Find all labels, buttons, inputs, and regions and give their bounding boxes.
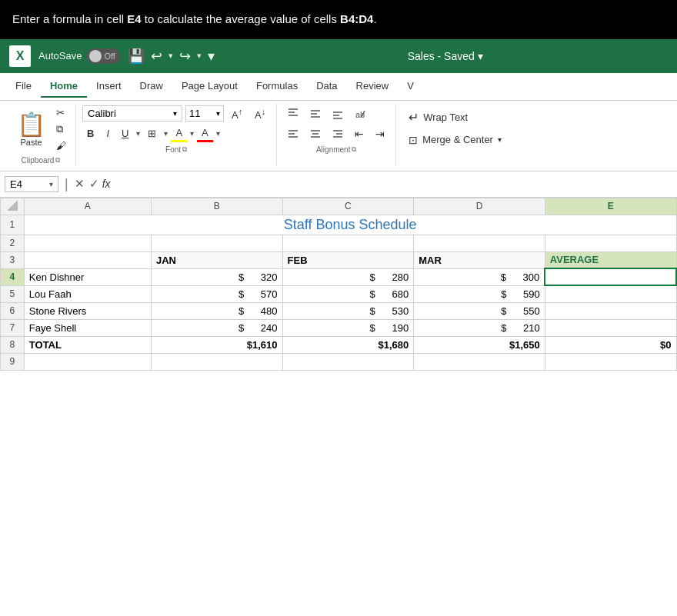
cell-e8[interactable]: $0 <box>545 336 676 353</box>
quick-access-more[interactable]: ▾ <box>208 48 215 65</box>
italic-button[interactable]: I <box>102 126 114 141</box>
center-align-button[interactable] <box>305 125 325 142</box>
menu-data[interactable]: Data <box>307 75 346 98</box>
menu-review[interactable]: Review <box>347 75 399 98</box>
row-header-5[interactable]: 5 <box>1 285 25 302</box>
font-color-dropdown[interactable]: ▾ <box>216 129 220 138</box>
cell-a6[interactable]: Stone Rivers <box>24 302 151 319</box>
menu-page-layout[interactable]: Page Layout <box>172 75 247 98</box>
cell-d6[interactable]: $ 550 <box>414 302 545 319</box>
cell-c4[interactable]: $ 280 <box>282 268 414 285</box>
bottom-align-button[interactable] <box>328 105 348 122</box>
cell-e3[interactable]: AVERAGE <box>545 251 676 268</box>
increase-indent-button[interactable]: ⇥ <box>371 125 389 142</box>
cell-a1[interactable]: Staff Bonus Schedule <box>24 215 676 235</box>
row-header-1[interactable]: 1 <box>1 215 25 235</box>
middle-align-button[interactable] <box>305 105 325 122</box>
font-size-select[interactable]: 11 ▾ <box>185 105 224 122</box>
cut-button[interactable]: ✂ <box>53 105 69 120</box>
cell-e5[interactable] <box>545 285 676 302</box>
row-header-7[interactable]: 7 <box>1 319 25 336</box>
cell-c5[interactable]: $ 680 <box>282 285 414 302</box>
right-align-button[interactable] <box>328 125 348 142</box>
paste-button[interactable]: 📋 Paste <box>12 109 50 148</box>
border-dropdown[interactable]: ▾ <box>164 129 168 138</box>
font-expand-icon[interactable]: ⧉ <box>182 145 187 154</box>
cell-e6[interactable] <box>545 302 676 319</box>
border-button[interactable]: ⊞ <box>143 126 161 141</box>
row-header-9[interactable]: 9 <box>1 353 25 370</box>
cell-ref-dropdown[interactable]: ▾ <box>49 180 53 188</box>
undo-dropdown-icon[interactable]: ▾ <box>168 51 173 61</box>
row-header-2[interactable]: 2 <box>1 235 25 251</box>
cell-a5[interactable]: Lou Faah <box>24 285 151 302</box>
cell-a3[interactable] <box>24 251 151 268</box>
row-header-3[interactable]: 3 <box>1 251 25 268</box>
merge-center-button[interactable]: ⊡ Merge & Center ▾ <box>402 131 508 149</box>
font-grow-button[interactable]: A↑ <box>227 105 247 122</box>
underline-dropdown[interactable]: ▾ <box>136 129 140 138</box>
menu-draw[interactable]: Draw <box>131 75 172 98</box>
row-header-4[interactable]: 4 <box>1 268 25 285</box>
cell-d2[interactable] <box>414 235 545 251</box>
menu-view[interactable]: V <box>398 75 423 98</box>
menu-file[interactable]: File <box>6 75 41 98</box>
cell-c6[interactable]: $ 530 <box>282 302 414 319</box>
cell-d5[interactable]: $ 590 <box>414 285 545 302</box>
menu-insert[interactable]: Insert <box>87 75 131 98</box>
cell-b4[interactable]: $ 320 <box>151 268 282 285</box>
cell-d9[interactable] <box>414 353 545 370</box>
menu-formulas[interactable]: Formulas <box>247 75 307 98</box>
cell-d3[interactable]: MAR <box>414 251 545 268</box>
cell-e7[interactable] <box>545 319 676 336</box>
col-header-b[interactable]: B <box>151 198 282 215</box>
menu-home[interactable]: Home <box>41 75 87 98</box>
left-align-button[interactable] <box>283 125 303 142</box>
decrease-indent-button[interactable]: ⇤ <box>350 125 369 142</box>
copy-button[interactable]: ⧉ <box>53 122 69 137</box>
clipboard-expand-icon[interactable]: ⧉ <box>55 156 60 165</box>
font-name-select[interactable]: Calibri ▾ <box>82 105 182 122</box>
cell-b9[interactable] <box>151 353 282 370</box>
undo-icon[interactable]: ↩ <box>151 48 162 65</box>
cell-c9[interactable] <box>282 353 414 370</box>
cell-b7[interactable]: $ 240 <box>151 319 282 336</box>
cell-a4[interactable]: Ken Dishner <box>24 268 151 285</box>
wrap-text-button[interactable]: ↵ Wrap Text <box>402 107 508 128</box>
cell-e9[interactable] <box>545 353 676 370</box>
underline-button[interactable]: U <box>117 126 133 141</box>
row-header-8[interactable]: 8 <box>1 336 25 353</box>
cell-d8[interactable]: $1,650 <box>414 336 545 353</box>
merge-dropdown-icon[interactable]: ▾ <box>498 135 502 144</box>
save-icon[interactable]: 💾 <box>128 48 145 65</box>
cell-e2[interactable] <box>545 235 676 251</box>
confirm-formula-icon[interactable]: ✓ <box>89 177 99 191</box>
cell-d7[interactable]: $ 210 <box>414 319 545 336</box>
cell-c8[interactable]: $1,680 <box>282 336 414 353</box>
cell-a8[interactable]: TOTAL <box>24 336 151 353</box>
col-header-a[interactable]: A <box>24 198 151 215</box>
cell-a2[interactable] <box>24 235 151 251</box>
font-color-button[interactable]: A <box>197 125 213 142</box>
redo-icon[interactable]: ↪ <box>179 48 191 65</box>
autosave-toggle[interactable]: Off <box>86 48 120 64</box>
cell-b2[interactable] <box>151 235 282 251</box>
alignment-expand-icon[interactable]: ⧉ <box>352 145 356 154</box>
cell-b5[interactable]: $ 570 <box>151 285 282 302</box>
cell-d4[interactable]: $ 300 <box>414 268 545 285</box>
fill-color-button[interactable]: A <box>171 125 187 142</box>
col-header-e[interactable]: E <box>545 198 676 215</box>
cancel-formula-icon[interactable]: ✕ <box>75 177 85 191</box>
doc-title-arrow[interactable]: ▾ <box>478 50 483 62</box>
col-header-d[interactable]: D <box>414 198 545 215</box>
row-header-6[interactable]: 6 <box>1 302 25 319</box>
cell-e4[interactable] <box>545 268 676 285</box>
cell-c3[interactable]: FEB <box>282 251 414 268</box>
formula-input[interactable] <box>117 177 672 191</box>
cell-ref-box[interactable]: E4 ▾ <box>5 176 58 192</box>
cell-a7[interactable]: Faye Shell <box>24 319 151 336</box>
col-header-c[interactable]: C <box>282 198 414 215</box>
format-painter-button[interactable]: 🖌 <box>53 138 69 153</box>
cell-c7[interactable]: $ 190 <box>282 319 414 336</box>
cell-b3[interactable]: JAN <box>151 251 282 268</box>
